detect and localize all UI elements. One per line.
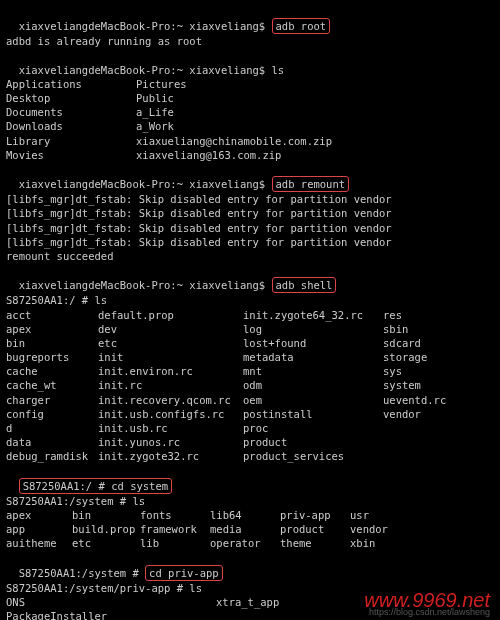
prompt-line: xiaxveliangdeMacBook-Pro:~ xiaxveliang$ … [6, 263, 494, 293]
list-row: auithemeetcliboperatorthemexbin [6, 536, 494, 550]
credit-text: https://blog.csdn.net/lawsheng [369, 606, 490, 618]
list-row: Libraryxiaxueliang@chinamobile.com.zip [6, 134, 494, 148]
output-line: [libfs_mgr]dt_fstab: Skip disabled entry… [6, 235, 494, 249]
prompt-line: xiaxveliangdeMacBook-Pro:~ xiaxveliang$ … [6, 162, 494, 192]
list-row: appbuild.propframeworkmediaproductvendor [6, 522, 494, 536]
prompt-line: xiaxveliangdeMacBook-Pro:~ xiaxveliang$ … [6, 49, 494, 77]
list-row: Moviesxiaxveliang@163.com.zip [6, 148, 494, 162]
list-row: dinit.usb.rcproc [6, 421, 494, 435]
output-line: [libfs_mgr]dt_fstab: Skip disabled entry… [6, 221, 494, 235]
list-row: debug_ramdiskinit.zygote32.rcproduct_ser… [6, 449, 494, 463]
output-line: adbd is already running as root [6, 34, 494, 48]
list-row: DesktopPublic [6, 91, 494, 105]
output-line: [libfs_mgr]dt_fstab: Skip disabled entry… [6, 206, 494, 220]
output-line: [libfs_mgr]dt_fstab: Skip disabled entry… [6, 192, 494, 206]
list-row: cache_wtinit.rcodmsystem [6, 378, 494, 392]
list-row: chargerinit.recovery.qcom.rcoemueventd.r… [6, 393, 494, 407]
list-row: datainit.yunos.rcproduct [6, 435, 494, 449]
list-row: binetclost+foundsdcard [6, 336, 494, 350]
cmd-adb-root: adb root [272, 18, 331, 34]
cmd-adb-remount: adb remount [272, 176, 350, 192]
list-row: Downloadsa_Work [6, 119, 494, 133]
list-row: acctdefault.propinit.zygote64_32.rcres [6, 308, 494, 322]
list-row: configinit.usb.configfs.rcpostinstallven… [6, 407, 494, 421]
cmd-adb-shell: adb shell [272, 277, 337, 293]
list-row: apexdevlogsbin [6, 322, 494, 336]
output-line: remount succeeded [6, 249, 494, 263]
cmd-cd-priv-app: cd priv-app [145, 565, 223, 581]
list-row: Documentsa_Life [6, 105, 494, 119]
list-row: ApplicationsPictures [6, 77, 494, 91]
shell-prompt: S87250AA1:/system # cd priv-app [6, 551, 494, 581]
shell-prompt: S87250AA1:/ # cd system [6, 464, 494, 494]
list-row: cacheinit.environ.rcmntsys [6, 364, 494, 378]
list-row: bugreportsinitmetadatastorage [6, 350, 494, 364]
shell-prompt: S87250AA1:/system # ls [6, 494, 494, 508]
list-row: apexbinfontslib64priv-appusr [6, 508, 494, 522]
prompt-line: xiaxveliangdeMacBook-Pro:~ xiaxveliang$ … [6, 4, 494, 34]
cmd-cd-system: S87250AA1:/ # cd system [19, 478, 172, 494]
shell-prompt: S87250AA1:/ # ls [6, 293, 494, 307]
